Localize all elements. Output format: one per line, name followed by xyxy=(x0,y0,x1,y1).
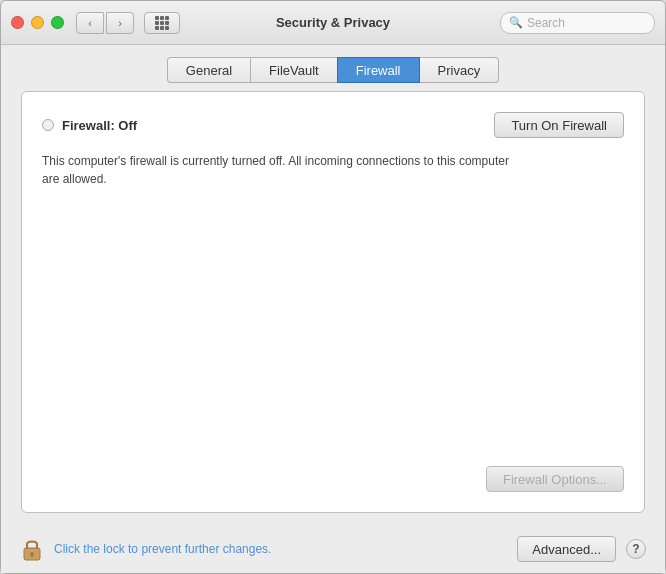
firewall-panel: Firewall: Off Turn On Firewall This comp… xyxy=(21,91,645,513)
back-button[interactable]: ‹ xyxy=(76,12,104,34)
search-placeholder: Search xyxy=(527,16,565,30)
tab-filevault[interactable]: FileVault xyxy=(250,57,337,83)
bottom-bar: Click the lock to prevent further change… xyxy=(0,524,666,574)
back-icon: ‹ xyxy=(88,17,92,29)
close-button[interactable] xyxy=(11,16,24,29)
forward-button[interactable]: › xyxy=(106,12,134,34)
svg-rect-2 xyxy=(31,554,33,557)
firewall-options-button[interactable]: Firewall Options... xyxy=(486,466,624,492)
search-box[interactable]: 🔍 Search xyxy=(500,12,655,34)
lock-link[interactable]: lock xyxy=(103,542,124,556)
firewall-status-left: Firewall: Off xyxy=(42,118,137,133)
forward-icon: › xyxy=(118,17,122,29)
tab-privacy[interactable]: Privacy xyxy=(420,57,500,83)
turn-on-firewall-button[interactable]: Turn On Firewall xyxy=(494,112,624,138)
firewall-description: This computer's firewall is currently tu… xyxy=(42,152,522,188)
lock-icon xyxy=(22,537,42,561)
content-area: General FileVault Firewall Privacy Firew… xyxy=(1,45,665,573)
nav-buttons: ‹ › xyxy=(76,12,134,34)
help-button[interactable]: ? xyxy=(626,539,646,559)
titlebar: ‹ › Security & Privacy 🔍 Search xyxy=(1,1,665,45)
grid-icon xyxy=(155,16,169,30)
main-window: ‹ › Security & Privacy 🔍 Search General xyxy=(0,0,666,574)
app-grid-button[interactable] xyxy=(144,12,180,34)
lock-instruction-text: Click the lock to prevent further change… xyxy=(54,542,507,556)
advanced-button[interactable]: Advanced... xyxy=(517,536,616,562)
firewall-status-label: Firewall: Off xyxy=(62,118,137,133)
traffic-lights xyxy=(11,16,64,29)
lock-icon-wrap[interactable] xyxy=(20,535,44,563)
window-title: Security & Privacy xyxy=(276,15,390,30)
tabs-bar: General FileVault Firewall Privacy xyxy=(1,45,665,91)
firewall-status-radio xyxy=(42,119,54,131)
search-icon: 🔍 xyxy=(509,16,523,29)
firewall-status-row: Firewall: Off Turn On Firewall xyxy=(42,112,624,138)
tab-firewall[interactable]: Firewall xyxy=(337,57,420,83)
tab-general[interactable]: General xyxy=(167,57,250,83)
maximize-button[interactable] xyxy=(51,16,64,29)
minimize-button[interactable] xyxy=(31,16,44,29)
